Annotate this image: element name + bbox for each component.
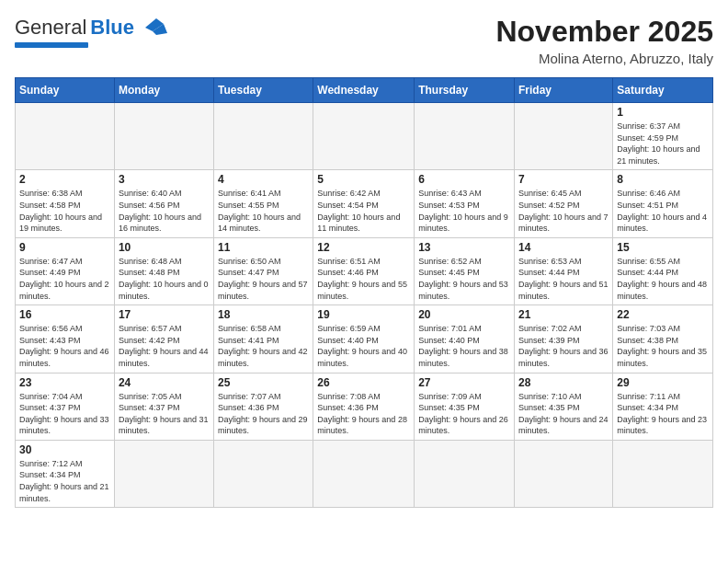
day-cell-empty-r6-6: [515, 440, 613, 507]
day-info-12: Sunrise: 6:51 AMSunset: 4:46 PMDaylight:…: [317, 257, 407, 301]
logo-bird-icon: [138, 15, 167, 40]
day-info-14: Sunrise: 6:53 AMSunset: 4:44 PMDaylight:…: [518, 257, 609, 301]
day-cell-13: 13 Sunrise: 6:52 AMSunset: 4:45 PMDaylig…: [415, 237, 515, 304]
calendar-row-3: 9 Sunrise: 6:47 AMSunset: 4:49 PMDayligh…: [16, 237, 713, 304]
calendar-row-1: 1 Sunrise: 6:37 AMSunset: 4:59 PMDayligh…: [16, 103, 713, 170]
day-info-8: Sunrise: 6:46 AMSunset: 4:51 PMDaylight:…: [617, 189, 707, 233]
day-cell-27: 27 Sunrise: 7:09 AMSunset: 4:35 PMDaylig…: [415, 373, 515, 440]
day-info-18: Sunrise: 6:58 AMSunset: 4:41 PMDaylight:…: [218, 324, 308, 368]
day-cell-empty-r6-3: [214, 440, 313, 507]
day-cell-5: 5 Sunrise: 6:42 AMSunset: 4:54 PMDayligh…: [313, 170, 415, 237]
day-cell-22: 22 Sunrise: 7:03 AMSunset: 4:38 PMDaylig…: [613, 305, 713, 373]
day-cell-29: 29 Sunrise: 7:11 AMSunset: 4:34 PMDaylig…: [613, 373, 713, 440]
day-info-9: Sunrise: 6:47 AMSunset: 4:49 PMDaylight:…: [19, 257, 109, 301]
location-title: Molina Aterno, Abruzzo, Italy: [495, 51, 713, 66]
day-info-29: Sunrise: 7:11 AMSunset: 4:34 PMDaylight:…: [617, 392, 707, 436]
day-cell-empty-2: [114, 103, 213, 170]
day-cell-24: 24 Sunrise: 7:05 AMSunset: 4:37 PMDaylig…: [114, 373, 213, 440]
day-cell-17: 17 Sunrise: 6:57 AMSunset: 4:42 PMDaylig…: [114, 305, 213, 373]
day-cell-empty-r6-4: [313, 440, 415, 507]
logo-underline: [15, 42, 88, 48]
day-num-2: 2: [19, 173, 110, 186]
day-cell-14: 14 Sunrise: 6:53 AMSunset: 4:44 PMDaylig…: [515, 237, 613, 304]
day-num-28: 28: [518, 376, 609, 389]
day-cell-3: 3 Sunrise: 6:40 AMSunset: 4:56 PMDayligh…: [114, 170, 213, 237]
calendar-row-4: 16 Sunrise: 6:56 AMSunset: 4:43 PMDaylig…: [16, 305, 713, 373]
day-num-25: 25: [218, 376, 309, 389]
day-cell-empty-r6-2: [114, 440, 213, 507]
header-saturday: Saturday: [613, 78, 713, 103]
day-cell-6: 6 Sunrise: 6:43 AMSunset: 4:53 PMDayligh…: [415, 170, 515, 237]
day-num-21: 21: [518, 308, 609, 321]
day-info-7: Sunrise: 6:45 AMSunset: 4:52 PMDaylight:…: [518, 189, 609, 233]
day-cell-18: 18 Sunrise: 6:58 AMSunset: 4:41 PMDaylig…: [214, 305, 313, 373]
day-num-30: 30: [19, 443, 110, 456]
day-info-26: Sunrise: 7:08 AMSunset: 4:36 PMDaylight:…: [317, 392, 407, 436]
day-num-26: 26: [317, 376, 410, 389]
header-thursday: Thursday: [415, 78, 515, 103]
weekday-header-row: Sunday Monday Tuesday Wednesday Thursday…: [16, 78, 713, 103]
day-num-13: 13: [418, 241, 510, 254]
day-cell-15: 15 Sunrise: 6:55 AMSunset: 4:44 PMDaylig…: [613, 237, 713, 304]
day-info-1: Sunrise: 6:37 AMSunset: 4:59 PMDaylight:…: [617, 121, 700, 166]
day-cell-19: 19 Sunrise: 6:59 AMSunset: 4:40 PMDaylig…: [313, 305, 415, 373]
day-cell-21: 21 Sunrise: 7:02 AMSunset: 4:39 PMDaylig…: [515, 305, 613, 373]
day-cell-30: 30 Sunrise: 7:12 AMSunset: 4:34 PMDaylig…: [16, 440, 115, 507]
day-info-19: Sunrise: 6:59 AMSunset: 4:40 PMDaylight:…: [317, 324, 407, 368]
day-info-17: Sunrise: 6:57 AMSunset: 4:42 PMDaylight:…: [119, 324, 209, 368]
page-header: General Blue November 2025 Molina Aterno…: [15, 15, 713, 66]
title-block: November 2025 Molina Aterno, Abruzzo, It…: [495, 15, 713, 66]
day-num-14: 14: [518, 241, 609, 254]
day-cell-23: 23 Sunrise: 7:04 AMSunset: 4:37 PMDaylig…: [16, 373, 115, 440]
day-num-23: 23: [19, 376, 110, 389]
header-tuesday: Tuesday: [214, 78, 313, 103]
day-info-10: Sunrise: 6:48 AMSunset: 4:48 PMDaylight:…: [119, 257, 209, 301]
day-info-2: Sunrise: 6:38 AMSunset: 4:58 PMDaylight:…: [19, 189, 102, 233]
calendar-table: Sunday Monday Tuesday Wednesday Thursday…: [15, 77, 713, 508]
day-cell-25: 25 Sunrise: 7:07 AMSunset: 4:36 PMDaylig…: [214, 373, 313, 440]
day-cell-12: 12 Sunrise: 6:51 AMSunset: 4:46 PMDaylig…: [313, 237, 415, 304]
day-info-5: Sunrise: 6:42 AMSunset: 4:54 PMDaylight:…: [317, 189, 400, 233]
day-cell-1: 1 Sunrise: 6:37 AMSunset: 4:59 PMDayligh…: [613, 103, 713, 170]
logo-general-text: General: [15, 16, 86, 40]
day-num-3: 3: [119, 173, 210, 186]
day-num-10: 10: [119, 241, 210, 254]
day-cell-8: 8 Sunrise: 6:46 AMSunset: 4:51 PMDayligh…: [613, 170, 713, 237]
calendar-row-2: 2 Sunrise: 6:38 AMSunset: 4:58 PMDayligh…: [16, 170, 713, 237]
header-friday: Friday: [515, 78, 613, 103]
day-info-3: Sunrise: 6:40 AMSunset: 4:56 PMDaylight:…: [119, 189, 201, 233]
day-info-30: Sunrise: 7:12 AMSunset: 4:34 PMDaylight:…: [19, 459, 109, 503]
day-num-24: 24: [119, 376, 210, 389]
day-num-16: 16: [19, 308, 110, 321]
day-num-11: 11: [218, 241, 309, 254]
day-num-8: 8: [617, 173, 709, 186]
day-cell-empty-1: [16, 103, 115, 170]
day-cell-empty-4: [313, 103, 415, 170]
day-cell-10: 10 Sunrise: 6:48 AMSunset: 4:48 PMDaylig…: [114, 237, 213, 304]
calendar-row-6: 30 Sunrise: 7:12 AMSunset: 4:34 PMDaylig…: [16, 440, 713, 507]
day-info-13: Sunrise: 6:52 AMSunset: 4:45 PMDaylight:…: [418, 257, 508, 301]
day-cell-7: 7 Sunrise: 6:45 AMSunset: 4:52 PMDayligh…: [515, 170, 613, 237]
calendar-row-5: 23 Sunrise: 7:04 AMSunset: 4:37 PMDaylig…: [16, 373, 713, 440]
day-num-22: 22: [617, 308, 709, 321]
day-num-12: 12: [317, 241, 410, 254]
day-cell-11: 11 Sunrise: 6:50 AMSunset: 4:47 PMDaylig…: [214, 237, 313, 304]
day-cell-4: 4 Sunrise: 6:41 AMSunset: 4:55 PMDayligh…: [214, 170, 313, 237]
day-cell-26: 26 Sunrise: 7:08 AMSunset: 4:36 PMDaylig…: [313, 373, 415, 440]
day-num-4: 4: [218, 173, 309, 186]
day-info-23: Sunrise: 7:04 AMSunset: 4:37 PMDaylight:…: [19, 392, 109, 436]
day-info-27: Sunrise: 7:09 AMSunset: 4:35 PMDaylight:…: [418, 392, 508, 436]
logo-blue-text: Blue: [90, 16, 134, 40]
day-info-16: Sunrise: 6:56 AMSunset: 4:43 PMDaylight:…: [19, 324, 109, 368]
day-num-18: 18: [218, 308, 309, 321]
day-cell-empty-r6-7: [613, 440, 713, 507]
header-sunday: Sunday: [16, 78, 115, 103]
day-num-1: 1: [617, 106, 709, 119]
month-title: November 2025: [495, 15, 713, 49]
day-num-29: 29: [617, 376, 709, 389]
day-info-22: Sunrise: 7:03 AMSunset: 4:38 PMDaylight:…: [617, 324, 707, 368]
day-info-6: Sunrise: 6:43 AMSunset: 4:53 PMDaylight:…: [418, 189, 508, 233]
day-num-15: 15: [617, 241, 709, 254]
day-num-9: 9: [19, 241, 110, 254]
day-info-15: Sunrise: 6:55 AMSunset: 4:44 PMDaylight:…: [617, 257, 707, 301]
